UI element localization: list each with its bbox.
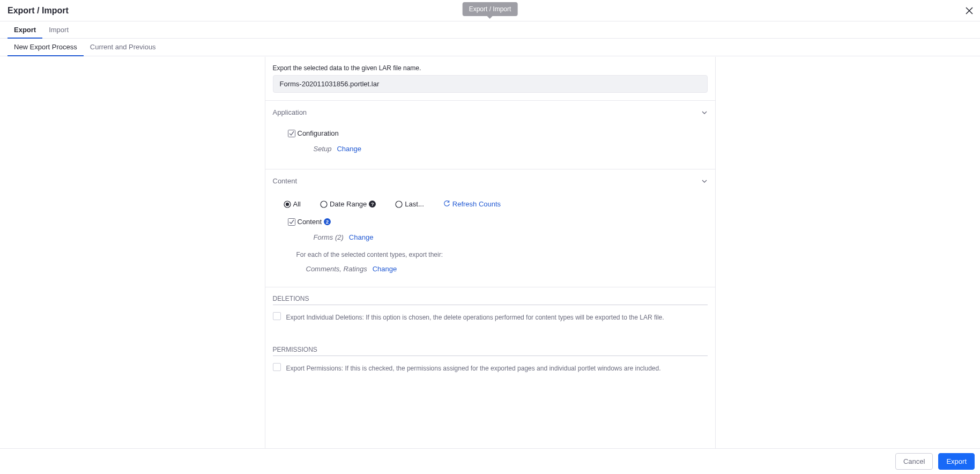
svg-point-5	[321, 201, 327, 208]
deletions-heading: DELETIONS	[273, 295, 708, 305]
primary-tabs: Export Import	[0, 21, 980, 39]
content-checkbox[interactable]	[288, 218, 295, 226]
content-help-text: For each of the selected content types, …	[296, 251, 708, 258]
configuration-label: Configuration	[298, 129, 339, 137]
export-permissions-checkbox[interactable]	[273, 363, 281, 371]
radio-selected-icon	[284, 201, 291, 208]
radio-unselected-icon	[320, 201, 328, 208]
content-section-header[interactable]: Content	[265, 169, 715, 192]
comments-ratings-label: Comments, Ratings	[306, 265, 367, 273]
refresh-icon	[443, 201, 450, 208]
cancel-button[interactable]: Cancel	[895, 453, 933, 470]
radio-last[interactable]: Last...	[395, 200, 424, 208]
content-label: Content	[298, 218, 322, 226]
secondary-tabs: New Export Process Current and Previous	[0, 39, 980, 56]
svg-rect-7	[288, 218, 295, 225]
close-icon	[965, 6, 974, 15]
setup-change-link[interactable]: Change	[337, 145, 361, 153]
radio-all[interactable]: All	[284, 200, 301, 208]
application-header-label: Application	[273, 108, 307, 116]
tab-export[interactable]: Export	[8, 21, 42, 39]
radio-unselected-icon	[395, 201, 403, 208]
svg-point-4	[285, 202, 288, 205]
radio-date-range[interactable]: Date Range ?	[320, 200, 376, 208]
tooltip: Export / Import	[463, 2, 518, 16]
page-title: Export / Import	[8, 6, 69, 16]
permissions-heading: PERMISSIONS	[273, 346, 708, 356]
tab-new-export-process[interactable]: New Export Process	[8, 39, 84, 56]
export-permissions-label: Export Permissions: If this is checked, …	[286, 364, 661, 373]
chevron-down-icon	[701, 178, 708, 184]
content-count-badge: 2	[324, 218, 331, 225]
export-button[interactable]: Export	[938, 453, 975, 470]
application-section-header[interactable]: Application	[265, 100, 715, 124]
tab-current-previous[interactable]: Current and Previous	[84, 39, 162, 56]
chevron-down-icon	[701, 109, 708, 116]
content-header-label: Content	[273, 177, 298, 185]
export-description: Export the selected data to the given LA…	[273, 64, 708, 72]
setup-label: Setup	[314, 145, 332, 153]
date-range-info-icon[interactable]: ?	[369, 201, 376, 208]
svg-rect-2	[288, 130, 295, 137]
refresh-counts-link[interactable]: Refresh Counts	[443, 200, 501, 208]
forms-change-link[interactable]: Change	[349, 233, 374, 241]
export-deletions-label: Export Individual Deletions: If this opt…	[286, 313, 664, 322]
close-button[interactable]	[963, 4, 976, 17]
svg-point-6	[396, 201, 402, 208]
export-deletions-checkbox[interactable]	[273, 312, 281, 320]
filename-input[interactable]	[273, 75, 708, 93]
configuration-checkbox[interactable]	[288, 130, 295, 137]
tab-import[interactable]: Import	[42, 21, 75, 39]
comments-change-link[interactable]: Change	[373, 265, 397, 273]
forms-label: Forms (2)	[314, 233, 344, 241]
